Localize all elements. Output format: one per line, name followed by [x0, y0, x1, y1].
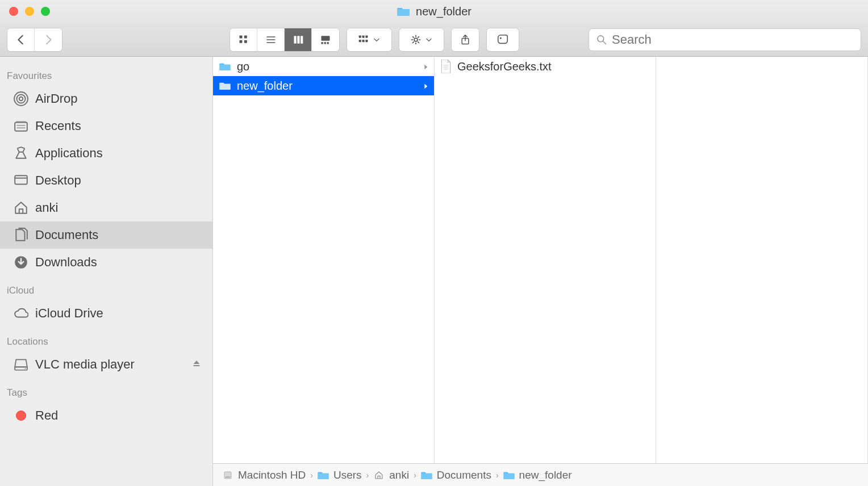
sidebar-item-applications[interactable]: Applications: [0, 140, 212, 167]
breadcrumb-item[interactable]: anki: [373, 469, 409, 481]
chevron-down-icon: [425, 36, 433, 44]
path-bar: Macintosh HD›Users›anki›Documents›new_fo…: [213, 463, 868, 486]
column-2: GeeksforGeeks.txt: [435, 57, 656, 463]
close-window-button[interactable]: [9, 7, 18, 16]
home-icon: [373, 471, 385, 480]
breadcrumb-label: new_folder: [519, 469, 572, 481]
sidebar-item-label: Downloads: [35, 255, 97, 270]
grid-small-icon: [358, 34, 369, 45]
airdrop-icon: [12, 91, 30, 106]
sidebar-section-header: iCloud: [0, 276, 212, 300]
documents-icon: [12, 228, 30, 242]
gallery-view-button[interactable]: [312, 28, 339, 51]
back-button[interactable]: [7, 28, 35, 51]
folder-icon: [318, 471, 329, 480]
icon-view-button[interactable]: [230, 28, 257, 51]
edit-tags-button[interactable]: [487, 28, 519, 51]
applications-icon: [12, 146, 30, 161]
disclosure-arrow-icon: [423, 60, 428, 73]
home-icon: [12, 200, 30, 215]
view-mode-segment: [229, 28, 340, 52]
breadcrumb-item[interactable]: Documents: [421, 469, 491, 481]
sidebar-section-header: Tags: [0, 378, 212, 402]
breadcrumb-separator-icon: ›: [496, 471, 499, 480]
chevron-right-icon: [42, 33, 55, 46]
share-icon: [460, 34, 471, 45]
folder-row[interactable]: go: [213, 57, 434, 76]
tag-color-icon: [12, 410, 30, 421]
file-icon: [440, 60, 452, 73]
sidebar-item-label: VLC media player: [35, 357, 135, 372]
drive-icon: [12, 357, 30, 372]
search-input[interactable]: [612, 32, 854, 47]
window-title-text: new_folder: [416, 5, 471, 18]
file-row[interactable]: GeeksforGeeks.txt: [435, 57, 656, 76]
tags-button-wrap: [486, 28, 519, 52]
disclosure-arrow-icon: [423, 79, 428, 93]
column-browser: gonew_folderGeeksforGeeks.txt: [213, 57, 868, 463]
list-view-button[interactable]: [257, 28, 285, 51]
breadcrumb-label: anki: [389, 469, 409, 481]
breadcrumb-item[interactable]: new_folder: [503, 469, 572, 481]
sidebar-item-airdrop[interactable]: AirDrop: [0, 85, 212, 112]
folder-icon: [219, 81, 231, 90]
folder-icon: [219, 62, 231, 71]
recents-icon: [12, 119, 30, 133]
sidebar-item-documents[interactable]: Documents: [0, 221, 212, 249]
downloads-icon: [12, 255, 30, 270]
folder-icon: [421, 471, 432, 480]
sidebar-item-recents[interactable]: Recents: [0, 112, 212, 140]
desktop-icon: [12, 173, 30, 188]
sidebar-item-vlc-media-player[interactable]: VLC media player: [0, 351, 212, 378]
window-title: new_folder: [397, 5, 471, 18]
nav-buttons: [7, 28, 62, 52]
breadcrumb-label: Macintosh HD: [238, 469, 306, 481]
sidebar-item-label: Red: [35, 408, 58, 423]
column-1: gonew_folder: [213, 57, 435, 463]
breadcrumb-item[interactable]: Users: [318, 469, 362, 481]
list-icon: [265, 34, 277, 45]
sidebar-item-label: Documents: [35, 228, 98, 242]
sidebar-section-header: Locations: [0, 327, 212, 351]
group-by-button[interactable]: [347, 28, 391, 51]
column-view-button[interactable]: [285, 28, 312, 51]
chevron-down-icon: [373, 36, 381, 44]
search-icon: [596, 34, 607, 45]
folder-icon: [503, 471, 515, 480]
tag-icon: [496, 33, 509, 46]
grid-icon: [238, 34, 249, 45]
gallery-icon: [320, 34, 331, 45]
breadcrumb-separator-icon: ›: [310, 471, 313, 480]
share-button-wrap: [451, 28, 479, 52]
forward-button[interactable]: [35, 28, 62, 51]
share-button[interactable]: [452, 28, 479, 51]
hdd-icon: [222, 471, 233, 480]
folder-row[interactable]: new_folder: [213, 76, 434, 95]
sidebar-item-downloads[interactable]: Downloads: [0, 249, 212, 276]
sidebar-item-label: anki: [35, 200, 58, 215]
zoom-window-button[interactable]: [41, 7, 50, 16]
window-controls: [9, 7, 50, 16]
sidebar-item-icloud-drive[interactable]: iCloud Drive: [0, 300, 212, 327]
breadcrumb-separator-icon: ›: [414, 471, 416, 480]
cloud-icon: [12, 306, 30, 321]
minimize-window-button[interactable]: [25, 7, 34, 16]
sidebar-item-desktop[interactable]: Desktop: [0, 167, 212, 194]
search-field-wrap[interactable]: [589, 28, 861, 51]
breadcrumb-label: Documents: [437, 469, 491, 481]
columns-icon: [293, 34, 304, 45]
group-by-button-wrap: [347, 28, 392, 52]
sidebar-item-label: AirDrop: [35, 91, 78, 106]
titlebar: new_folder: [0, 0, 868, 23]
sidebar-section-header: Favourites: [0, 61, 212, 85]
breadcrumb-item[interactable]: Macintosh HD: [222, 469, 306, 481]
breadcrumb-separator-icon: ›: [366, 471, 369, 480]
sidebar-item-anki[interactable]: anki: [0, 194, 212, 221]
row-label: GeeksforGeeks.txt: [457, 60, 552, 73]
sidebar-item-label: Desktop: [35, 173, 81, 188]
row-label: go: [237, 60, 249, 73]
gear-icon: [410, 34, 422, 45]
action-menu-button[interactable]: [399, 28, 444, 51]
eject-icon[interactable]: [192, 357, 201, 372]
sidebar-item-red[interactable]: Red: [0, 402, 212, 429]
